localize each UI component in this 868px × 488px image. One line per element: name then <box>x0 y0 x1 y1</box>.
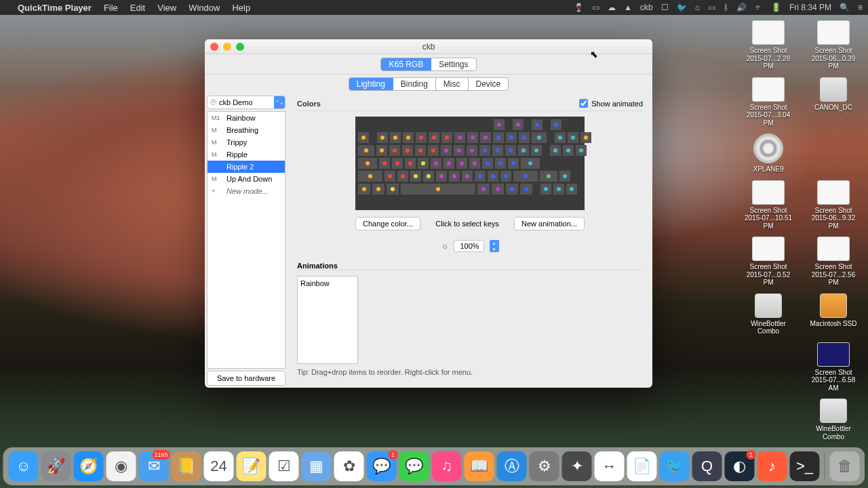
keyboard-key[interactable] <box>389 145 400 156</box>
keyboard-key[interactable] <box>482 158 493 169</box>
keyboard-key[interactable] <box>494 119 505 130</box>
dock-launchpad[interactable]: 🚀 <box>41 451 71 481</box>
dock-steam[interactable]: ◐1 <box>725 451 755 481</box>
desktop-icon[interactable]: Screen Shot 2015-07...6.58 AM <box>807 342 860 392</box>
dock-twitter[interactable]: 🐦 <box>660 451 690 481</box>
keyboard-key[interactable] <box>431 158 441 169</box>
keyboard-key[interactable] <box>479 145 490 156</box>
display-icon[interactable]: ▭ <box>592 3 599 12</box>
subtab-binding[interactable]: Binding <box>393 78 436 90</box>
dock-safari[interactable]: 🧭 <box>74 451 104 481</box>
keyboard-key[interactable] <box>384 171 395 182</box>
dock-trash[interactable]: 🗑 <box>830 451 860 481</box>
keyboard-key[interactable] <box>377 132 388 143</box>
desktop-icon[interactable]: Screen Shot 2015-07...3.04 PM <box>742 77 795 127</box>
menu-file[interactable]: File <box>104 3 118 13</box>
subtab-device[interactable]: Device <box>469 78 509 90</box>
dock-appstore[interactable]: Ⓐ <box>497 451 527 481</box>
keyboard-key[interactable] <box>387 184 399 195</box>
dock-messages2[interactable]: 💬 <box>399 451 429 481</box>
tray-icon[interactable]: ⌂ <box>695 3 700 12</box>
mode-item[interactable]: MRipple <box>208 148 285 161</box>
keyboard-key[interactable] <box>454 145 465 156</box>
dock-sysprefs[interactable]: ⚙ <box>530 451 559 481</box>
desktop-icon[interactable]: XPLANE9 <box>742 134 795 174</box>
keyboard-key[interactable] <box>520 184 532 195</box>
menu-view[interactable]: View <box>157 3 176 13</box>
keyboard-key[interactable] <box>428 145 439 156</box>
animations-list[interactable]: Rainbow <box>297 276 358 364</box>
desktop-icon[interactable]: Screen Shot 2015-06...0.39 PM <box>807 20 860 70</box>
menu-help[interactable]: Help <box>232 3 250 13</box>
mode-list[interactable]: M1RainbowMBreathingMTrippyMRippleRipple … <box>207 111 285 369</box>
keyboard-key[interactable] <box>403 132 414 143</box>
keyboard-key[interactable] <box>397 171 408 182</box>
tab-settings[interactable]: Settings <box>431 58 475 70</box>
keyboard-key[interactable] <box>488 171 498 182</box>
dock-notes[interactable]: 📝 <box>237 451 267 481</box>
airplay-icon[interactable]: ▭ <box>708 3 715 12</box>
keyboard-key[interactable] <box>441 145 452 156</box>
keyboard-key[interactable] <box>513 119 524 130</box>
minimize-button[interactable] <box>223 43 231 51</box>
change-color-button[interactable]: Change color... <box>355 217 420 230</box>
dock-photos[interactable]: ✿ <box>334 451 364 481</box>
keyboard-key[interactable] <box>493 132 504 143</box>
keyboard-key[interactable] <box>462 171 473 182</box>
keyboard-key[interactable] <box>358 158 377 169</box>
menubar-app-name[interactable]: QuickTime Player <box>18 3 92 13</box>
mode-item[interactable]: M1Rainbow <box>208 112 285 124</box>
dock-messages1[interactable]: 💬1 <box>367 451 397 481</box>
keyboard-key[interactable] <box>492 145 503 156</box>
dock-music[interactable]: ♪ <box>757 451 787 481</box>
chevron-updown-icon[interactable]: ⌃⌄ <box>274 96 285 108</box>
keyboard-key[interactable] <box>416 132 427 143</box>
wine-icon[interactable]: 🍷 <box>574 3 584 12</box>
keyboard-key[interactable] <box>467 132 478 143</box>
keyboard-key[interactable] <box>410 171 421 182</box>
keyboard-key[interactable] <box>436 171 447 182</box>
ckb-tray-icon[interactable]: ckb <box>640 3 653 12</box>
bluetooth-icon[interactable]: ᛒ <box>724 3 728 12</box>
dock-qt[interactable]: Q <box>692 451 722 481</box>
keyboard-key[interactable] <box>492 184 504 195</box>
keyboard-key[interactable] <box>358 132 369 143</box>
keyboard-key[interactable] <box>532 119 542 130</box>
keyboard-key[interactable] <box>550 145 561 156</box>
dock-fcp[interactable]: ✦ <box>562 451 592 481</box>
keyboard-key[interactable] <box>456 158 467 169</box>
keyboard-key[interactable] <box>540 171 557 182</box>
dock-teamviewer[interactable]: ↔ <box>595 451 625 481</box>
maximize-button[interactable] <box>236 43 244 51</box>
desktop-icon[interactable]: Screen Shot 2015-07...10.51 PM <box>742 180 795 230</box>
cloud-icon[interactable]: ☁ <box>608 3 616 12</box>
menu-window[interactable]: Window <box>189 3 220 13</box>
keyboard-key[interactable] <box>449 171 460 182</box>
keyboard-key[interactable] <box>441 132 452 143</box>
animation-item[interactable]: Rainbow <box>300 279 355 287</box>
keyboard-key[interactable] <box>495 158 506 169</box>
mode-item[interactable]: MTrippy <box>208 136 285 148</box>
wifi-icon[interactable]: ᯤ <box>755 3 763 12</box>
keyboard-key[interactable] <box>513 171 538 182</box>
volume-icon[interactable]: 🔊 <box>736 3 747 12</box>
keyboard-key[interactable] <box>519 132 530 143</box>
keyboard-key[interactable] <box>505 145 516 156</box>
keyboard-key[interactable] <box>358 145 374 156</box>
keyboard-key[interactable] <box>443 158 454 169</box>
keyboard-key[interactable] <box>454 132 465 143</box>
keyboard-key[interactable] <box>402 145 413 156</box>
keyboard-key[interactable] <box>540 184 551 195</box>
keyboard-key[interactable] <box>358 171 382 182</box>
keyboard-key[interactable] <box>429 132 439 143</box>
desktop-icon[interactable]: Screen Shot 2015-07...2.56 PM <box>807 237 860 287</box>
keyboard-visualizer[interactable] <box>355 117 585 210</box>
dock-office[interactable]: ▦ <box>302 451 332 481</box>
dock-pages[interactable]: 📄 <box>627 451 657 481</box>
keyboard-key[interactable] <box>568 132 578 143</box>
keyboard-key[interactable] <box>566 184 577 195</box>
profile-select[interactable]: Ⓟ ckb Demo ⌃⌄ <box>207 96 285 109</box>
mode-item[interactable]: Ripple 2 <box>208 161 285 173</box>
dock-contacts[interactable]: 📒 <box>172 451 201 481</box>
dock-mail[interactable]: ✉1165 <box>139 451 169 481</box>
